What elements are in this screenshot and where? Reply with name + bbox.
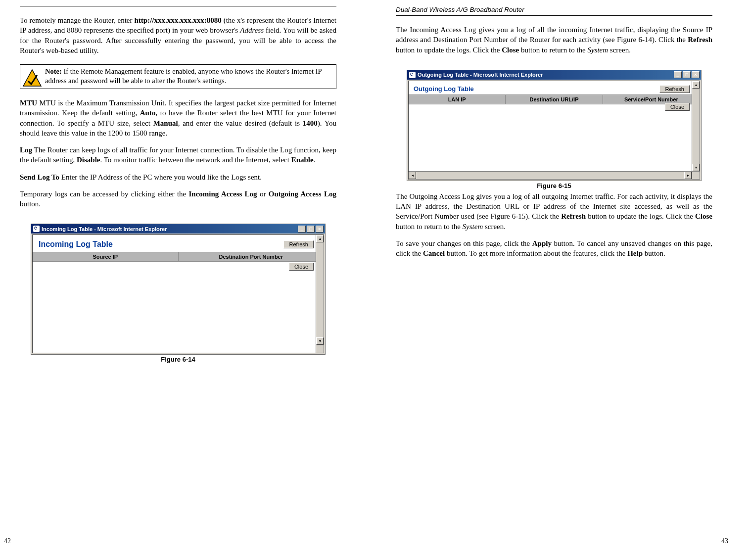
enable-bold: Enable: [291, 156, 314, 164]
refresh-bold: Refresh: [688, 36, 712, 44]
text: Temporary logs can be accessed by clicki…: [20, 190, 189, 198]
window-maximize-button[interactable]: □: [307, 226, 315, 233]
col-dest-port: Destination Port Number: [179, 252, 324, 261]
manual-bold: Manual: [153, 119, 178, 127]
note-body: If the Remote Management feature is enab…: [45, 67, 322, 85]
paragraph-apply-cancel: To save your changes on this page, click…: [396, 238, 712, 259]
scroll-up-icon[interactable]: ▴: [692, 81, 700, 89]
paragraph-remote-manage: To remotely manage the Router, enter htt…: [20, 15, 336, 55]
note-text: Note: If the Remote Management feature i…: [45, 65, 336, 88]
warning-icon: [20, 65, 45, 89]
scrollbar-corner: [692, 171, 700, 179]
close-bold: Close: [502, 46, 519, 54]
cancel-bold: Cancel: [423, 249, 445, 257]
scroll-down-icon[interactable]: ▾: [692, 164, 700, 171]
note-box: Note: If the Remote Management feature i…: [20, 64, 336, 89]
scroll-left-icon[interactable]: ◂: [409, 172, 416, 179]
col-dest-url: Destination URL/IP: [506, 95, 603, 104]
ie-window-outgoing: Outgoing Log Table - Microsoft Internet …: [407, 70, 702, 181]
url-bold: http://xxx.xxx.xxx.xxx:8080: [134, 16, 221, 24]
figure-6-15: Outgoing Log Table - Microsoft Internet …: [407, 70, 702, 189]
text: The Incoming Access Log gives you a log …: [396, 26, 712, 44]
table-header-row: LAN IP Destination URL/IP Service/Port N…: [409, 94, 700, 104]
vertical-scrollbar[interactable]: ▴ ▾: [316, 235, 324, 345]
text: or: [257, 190, 269, 198]
window-body: Outgoing Log Table Refresh LAN IP Destin…: [408, 81, 700, 180]
horizontal-scrollbar[interactable]: ◂ ▸: [409, 171, 692, 179]
window-titlebar[interactable]: Outgoing Log Table - Microsoft Internet …: [407, 70, 701, 80]
refresh-bold: Refresh: [561, 212, 586, 220]
system-italic: System: [587, 46, 608, 54]
sendlogto-label: Send Log To: [20, 173, 59, 181]
window-title: Outgoing Log Table - Microsoft Internet …: [418, 72, 543, 78]
scrollbar-corner: [316, 345, 324, 353]
close-bold: Close: [695, 212, 712, 220]
figure-caption: Figure 6-14: [31, 356, 326, 363]
window-minimize-button[interactable]: _: [674, 71, 682, 78]
log-label: Log: [20, 146, 32, 154]
ie-logo-icon: [409, 72, 416, 78]
text: To save your changes on this page, click…: [396, 239, 532, 247]
scroll-down-icon[interactable]: ▾: [316, 337, 324, 345]
text: To remotely manage the Router, enter: [20, 16, 134, 24]
text: button to update the logs. Click the: [396, 46, 502, 54]
scroll-up-icon[interactable]: ▴: [316, 235, 324, 242]
table-header-row: Source IP Destination Port Number: [33, 252, 324, 262]
scroll-right-icon[interactable]: ▸: [684, 172, 692, 179]
note-label: Note:: [45, 67, 62, 75]
text: Enter the IP Address of the PC where you…: [59, 173, 262, 181]
paragraph-mtu: MTU MTU is the Maximum Transmission Unit…: [20, 98, 336, 138]
paragraph-log: Log The Router can keep logs of all traf…: [20, 145, 336, 165]
mtu-label: MTU: [20, 99, 37, 107]
page-number: 42: [4, 537, 11, 545]
text: screen.: [483, 223, 506, 231]
col-lan-ip: LAN IP: [409, 95, 506, 104]
window-title: Incoming Log Table - Microsoft Internet …: [42, 226, 167, 232]
running-head: Dual-Band Wireless A/G Broadband Router: [396, 6, 712, 13]
window-titlebar[interactable]: Incoming Log Table - Microsoft Internet …: [31, 224, 325, 233]
text: button. To get more information about th…: [445, 249, 627, 257]
outgoing-log-title: Outgoing Log Table: [409, 81, 700, 94]
text: button to return to the: [396, 223, 463, 231]
paragraph-incoming-log: The Incoming Access Log gives you a log …: [396, 25, 712, 55]
header-rule: [396, 15, 712, 16]
window-minimize-button[interactable]: _: [298, 226, 306, 233]
vertical-scrollbar[interactable]: ▴ ▾: [692, 81, 700, 171]
text: , and enter the value desired (default i…: [178, 119, 303, 127]
paragraph-temp-logs: Temporary logs can be accessed by clicki…: [20, 189, 336, 209]
text: screen.: [608, 46, 631, 54]
system-italic: System: [463, 223, 483, 231]
window-close-button[interactable]: ×: [692, 71, 700, 78]
text: button to return to the: [519, 46, 587, 54]
incoming-bold: Incoming Access Log: [189, 190, 257, 198]
text: . To monitor traffic between the network…: [100, 156, 291, 164]
ie-window-incoming: Incoming Log Table - Microsoft Internet …: [31, 224, 326, 355]
refresh-button[interactable]: Refresh: [283, 240, 314, 248]
col-source-ip: Source IP: [33, 252, 179, 261]
paragraph-outgoing-log: The Outgoing Access Log gives you a log …: [396, 191, 712, 232]
disable-bold: Disable: [77, 156, 100, 164]
address-italic: Address: [240, 26, 264, 34]
text: button.: [20, 200, 41, 208]
text: .: [314, 156, 316, 164]
page-number: 43: [721, 537, 728, 545]
value-1400-bold: 1400: [303, 119, 318, 127]
ie-logo-icon: [33, 226, 40, 232]
window-close-button[interactable]: ×: [316, 226, 324, 233]
paragraph-sendlogto: Send Log To Enter the IP Address of the …: [20, 172, 336, 182]
figure-6-14: Incoming Log Table - Microsoft Internet …: [31, 224, 326, 363]
outgoing-bold: Outgoing Access Log: [269, 190, 336, 198]
window-maximize-button[interactable]: □: [683, 71, 691, 78]
header-rule: [20, 6, 336, 6]
right-page: Dual-Band Wireless A/G Broadband Router …: [396, 0, 712, 560]
text: button.: [643, 249, 665, 257]
close-button[interactable]: Close: [289, 263, 314, 271]
incoming-log-title: Incoming Log Table: [33, 235, 324, 252]
figure-caption: Figure 6-15: [407, 182, 702, 189]
auto-bold: Auto: [140, 109, 156, 117]
text: button to update the logs. Click the: [586, 212, 695, 220]
close-button[interactable]: Close: [665, 103, 690, 111]
left-page: To remotely manage the Router, enter htt…: [20, 0, 336, 560]
help-bold: Help: [627, 249, 643, 257]
refresh-button[interactable]: Refresh: [659, 85, 690, 93]
